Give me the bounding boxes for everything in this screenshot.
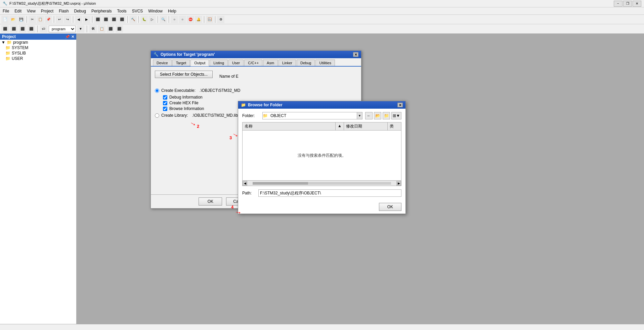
tb2-dropdown-btn[interactable]: ▼ [77,25,84,33]
menu-item-file[interactable]: File [0,8,12,14]
tab-device[interactable]: Device [153,60,172,66]
debug2-btn[interactable]: ▷ [148,16,156,23]
btn7[interactable]: ⬛ [110,16,118,23]
sidebar-close-icon[interactable]: ✕ [71,35,74,39]
sidebar-header-icons: 📌 ✕ [65,35,74,39]
menu-item-peripherals[interactable]: Peripherals [89,8,115,14]
menu-item-svcs[interactable]: SVCS [129,8,146,14]
tb2-btn9[interactable]: ⬛ [116,25,123,33]
options-ok-button[interactable]: OK [199,197,222,206]
restore-button[interactable]: ❐ [623,1,632,7]
menu-item-help[interactable]: Help [165,8,179,14]
search-btn[interactable]: 🔍 [160,16,167,23]
folder-name-text: OBJECT [269,113,357,118]
tree-item-system[interactable]: 📁 SYSTEM [0,45,76,50]
close-button[interactable]: ✕ [633,1,641,7]
circle1-btn[interactable]: ○ [171,16,178,23]
tree-item-program[interactable]: ▼ 📁 program [0,40,76,45]
scroll-right-btn[interactable]: ▶ [396,181,401,186]
btn5[interactable]: ⬛ [94,16,101,23]
tab-target[interactable]: Target [172,60,190,66]
title-bar-controls: − ❐ ✕ [614,1,641,7]
tb2-btn8[interactable]: ⬛ [107,25,114,33]
debug-info-row: Debug Information [163,95,357,100]
redo-btn[interactable]: ↪ [64,16,71,23]
create-executable-path: .\OBJECT\STM32_MD [200,88,240,93]
back-nav-icon[interactable]: ← [365,112,373,119]
menu-item-window[interactable]: Window [145,8,165,14]
scroll-track[interactable] [253,182,391,185]
paste-btn[interactable]: 📌 [45,16,52,23]
create-library-radio[interactable] [155,113,159,118]
folder-yellow-icon: 📁 [263,113,268,118]
tb2-btn7[interactable]: 📋 [98,25,105,33]
bell-btn[interactable]: 🔔 [195,16,202,23]
target-select[interactable]: program [49,26,76,32]
debug-info-checkbox[interactable] [163,95,167,100]
horizontal-scrollbar[interactable]: ◀ ▶ [242,181,401,186]
tab-listing[interactable]: Listing [210,60,228,66]
copy-btn[interactable]: 📋 [37,16,44,23]
options-dialog-close[interactable]: ✕ [353,52,358,57]
tab-asm[interactable]: Asm [263,60,278,66]
browse-dialog-close[interactable]: ✕ [397,103,403,107]
sidebar-pin-icon[interactable]: 📌 [65,35,70,39]
menu-item-flash[interactable]: Flash [56,8,71,14]
nav-back-btn[interactable]: ◀ [75,16,82,23]
tb2-btn6[interactable]: 🛠 [89,25,97,33]
menu-item-tools[interactable]: Tools [115,8,129,14]
scroll-thumb[interactable] [253,182,308,185]
cut-btn[interactable]: ✂ [29,16,36,23]
folder-select-wrapper[interactable]: 📁 OBJECT ▼ [262,112,362,119]
create-hex-checkbox[interactable] [163,101,167,105]
sep5 [127,16,128,23]
tb2-btn4[interactable]: ⬛ [28,25,35,33]
menu-item-edit[interactable]: Edit [12,8,24,14]
tree-item-syslib[interactable]: 📁 SYSLIB [0,50,76,56]
tab-output[interactable]: Output [190,60,209,66]
settings-btn[interactable]: ⚙ [217,16,224,23]
build-btn[interactable]: 🔨 [129,16,137,23]
create-executable-label: Create Executable: [161,88,196,93]
menu-item-view[interactable]: View [24,8,38,14]
sep3 [73,16,73,23]
tb2-btn3[interactable]: ⬛ [19,25,26,33]
options-dialog-title: Options for Target 'program' [161,52,215,57]
menu-item-debug[interactable]: Debug [72,8,89,14]
save-btn[interactable]: 💾 [17,16,25,23]
scroll-left-btn[interactable]: ◀ [243,181,247,186]
folder-up-icon[interactable]: 📂 [374,112,381,119]
open-file-btn[interactable]: 📂 [9,16,17,23]
browse-ok-button[interactable]: OK [379,203,401,211]
debug-btn[interactable]: 🐛 [140,16,148,23]
nav-fwd-btn[interactable]: ▶ [83,16,90,23]
new-folder-icon[interactable]: 📁 [383,112,390,119]
undo-btn[interactable]: ↩ [56,16,63,23]
browse-icon: 📁 [241,103,246,107]
minimize-button[interactable]: − [614,1,622,7]
circle2-btn[interactable]: ○ [179,16,186,23]
select-folder-button[interactable]: Select Folder for Objects... [155,71,213,78]
tab-debug[interactable]: Debug [297,60,315,66]
btn6[interactable]: ⬛ [102,16,110,23]
new-file-btn[interactable]: 📄 [1,16,9,23]
create-library-label: Create Library: [161,113,188,118]
tree-item-user[interactable]: 📁 USER [0,56,76,61]
tab-cpp[interactable]: C/C++ [244,60,262,66]
btn8[interactable]: ⬛ [118,16,126,23]
tb2-btn2[interactable]: ⬛ [10,25,17,33]
menu-item-project[interactable]: Project [38,8,56,14]
tab-linker[interactable]: Linker [278,60,296,66]
path-input[interactable] [258,189,401,197]
tab-utilities[interactable]: Utilities [315,60,335,66]
create-executable-radio[interactable] [155,88,159,93]
folder-icon-system: 📁 [5,45,10,50]
browse-info-checkbox[interactable] [163,107,167,111]
view-icon[interactable]: ⊞▼ [391,112,401,119]
tab-user[interactable]: User [228,60,244,66]
tb2-btn1[interactable]: ⬛ [1,25,9,33]
tb2-btn5[interactable]: 🏷 [40,25,47,33]
window-btn[interactable]: 🪟 [206,16,213,23]
stop-btn[interactable]: ⛔ [187,16,194,23]
folder-dropdown-button[interactable]: ▼ [357,112,362,119]
